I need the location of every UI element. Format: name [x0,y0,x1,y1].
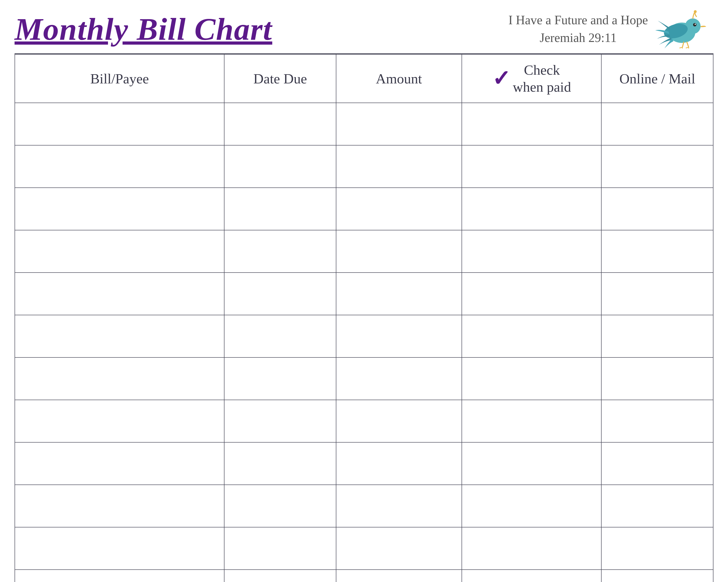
svg-point-4 [695,24,696,25]
col-header-amount: Amount [336,54,462,103]
table-header-row: Bill/Payee Date Due Amount ✓ Check w [15,54,713,103]
table-cell [15,315,224,357]
check-text: Check when paid [513,62,571,95]
table-cell [224,570,336,582]
table-row [15,570,713,582]
table-cell [601,527,713,570]
col-header-check-when-paid: ✓ Check when paid [462,54,602,103]
table-cell [462,188,602,230]
table-row [15,145,713,188]
table-cell [15,442,224,485]
table-cell [336,315,462,357]
table-row [15,357,713,400]
page: Monthly Bill Chart I Have a Future and a… [0,0,728,582]
table-cell [462,273,602,315]
table-cell [15,273,224,315]
table-cell [601,103,713,145]
table-row [15,230,713,273]
table-cell [601,400,713,442]
header-right-inner: I Have a Future and a Hope Jeremiah 29:1… [509,10,713,49]
table-cell [224,357,336,400]
table-cell [601,230,713,273]
table-cell [336,527,462,570]
table-cell [224,230,336,273]
table-cell [336,485,462,527]
table-row [15,103,713,145]
table-cell [601,145,713,188]
title-block: Monthly Bill Chart [15,12,272,47]
scripture-line1: I Have a Future and a Hope [509,11,648,29]
table-cell [15,188,224,230]
table-row [15,485,713,527]
table-cell [462,357,602,400]
table-cell [336,188,462,230]
table-cell [462,230,602,273]
table-cell [462,103,602,145]
table-cell [224,315,336,357]
table-row [15,315,713,357]
table-cell [601,188,713,230]
table-cell [336,145,462,188]
table-cell [224,145,336,188]
table-cell [462,442,602,485]
table-row [15,273,713,315]
table-cell [224,442,336,485]
col-header-online-mail: Online / Mail [601,54,713,103]
table-cell [462,145,602,188]
table-cell [15,400,224,442]
table-cell [224,485,336,527]
table-cell [462,570,602,582]
svg-line-6 [687,42,689,47]
table-cell [336,570,462,582]
table-cell [336,273,462,315]
table-cell [336,442,462,485]
table-cell [601,315,713,357]
table-cell [224,103,336,145]
table-container: Bill/Payee Date Due Amount ✓ Check w [15,54,713,582]
table-row [15,442,713,485]
table-cell [336,230,462,273]
table-cell [336,103,462,145]
check-header-content: ✓ Check when paid [467,62,596,95]
col-header-date-due: Date Due [224,54,336,103]
table-cell [601,273,713,315]
main-title: Monthly Bill Chart [15,12,272,47]
table-cell [224,273,336,315]
table-row [15,188,713,230]
table-cell [224,400,336,442]
table-cell [601,570,713,582]
bill-chart-table: Bill/Payee Date Due Amount ✓ Check w [15,54,713,582]
svg-point-11 [694,10,697,13]
scripture-line2: Jeremiah 29:11 [509,29,648,47]
table-cell [15,485,224,527]
bird-icon [655,10,713,49]
svg-point-1 [685,19,701,34]
table-cell [224,527,336,570]
table-body [15,103,713,582]
table-row [15,527,713,570]
table-cell [336,400,462,442]
table-cell [15,570,224,582]
table-cell [601,357,713,400]
table-cell [336,357,462,400]
table-cell [462,485,602,527]
checkmark-icon: ✓ [492,68,510,89]
table-cell [462,315,602,357]
svg-line-7 [679,47,682,48]
svg-line-9 [686,47,689,48]
table-cell [15,357,224,400]
table-cell [462,527,602,570]
table-cell [15,230,224,273]
table-cell [462,400,602,442]
header: Monthly Bill Chart I Have a Future and a… [15,10,713,54]
table-cell [224,188,336,230]
table-row [15,400,713,442]
table-cell [15,527,224,570]
table-cell [15,103,224,145]
table-cell [601,442,713,485]
table-cell [601,485,713,527]
scripture-block: I Have a Future and a Hope Jeremiah 29:1… [509,11,648,47]
table-cell [15,145,224,188]
svg-point-3 [693,23,697,26]
col-header-bill-payee: Bill/Payee [15,54,224,103]
